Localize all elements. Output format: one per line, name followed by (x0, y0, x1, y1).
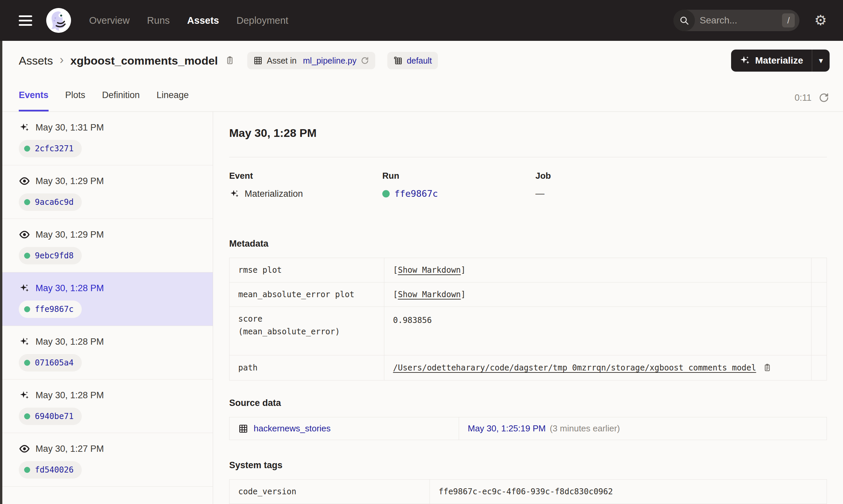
event-list-sidebar: May 30, 1:31 PM 2cfc3271 May 30, 1:29 PM… (0, 112, 213, 504)
materialization-sparkle-icon (19, 283, 30, 294)
event-row-5[interactable]: May 30, 1:28 PM 6940be71 (0, 379, 213, 433)
asset-group-tag[interactable]: default (387, 52, 438, 69)
event-row-1[interactable]: May 30, 1:29 PM 9aca6c9d (0, 165, 213, 219)
dagster-octopus-icon (46, 8, 71, 33)
path-link[interactable]: /Users/odetteharary/code/dagster/tmp_0mz… (393, 363, 756, 373)
asset-tabs: Events Plots Definition Lineage (19, 90, 189, 111)
run-status-dot (24, 199, 30, 205)
event-type-value: Materialization (245, 189, 303, 199)
hamburger-menu-icon[interactable] (19, 15, 32, 26)
search-input[interactable]: Search... / (673, 10, 799, 31)
run-tag[interactable]: 9aca6c9d (19, 194, 82, 211)
metadata-action-cell (811, 307, 827, 355)
tab-definition[interactable]: Definition (102, 90, 140, 111)
run-id-link[interactable]: 6940be71 (35, 412, 74, 421)
source-time-note: (3 minutes earlier) (550, 424, 620, 434)
event-time: May 30, 1:28 PM (35, 390, 104, 401)
event-row-3-selected[interactable]: May 30, 1:28 PM ffe9867c (0, 272, 213, 326)
asset-tabs-bar: Events Plots Definition Lineage 0:11 (0, 80, 843, 112)
metadata-key: rmse plot (229, 258, 384, 283)
event-time: May 30, 1:27 PM (35, 444, 104, 454)
materialization-sparkle-icon (229, 188, 240, 199)
event-time: May 30, 1:28 PM (35, 337, 104, 347)
top-navbar: Overview Runs Assets Deployment Search..… (0, 0, 843, 41)
run-id-link[interactable]: fd540026 (35, 465, 74, 474)
materialization-sparkle-icon (19, 336, 30, 347)
tab-plots[interactable]: Plots (65, 90, 85, 111)
auto-refresh: 0:11 (794, 92, 830, 111)
asset-group-link[interactable]: default (407, 56, 432, 66)
event-row-0[interactable]: May 30, 1:31 PM 2cfc3271 (0, 112, 213, 165)
tab-events[interactable]: Events (19, 90, 49, 111)
tab-lineage[interactable]: Lineage (156, 90, 189, 111)
breadcrumb: Assets › xgboost_comments_model Asset in… (19, 52, 438, 69)
run-tag[interactable]: 071605a4 (19, 354, 82, 372)
event-row-2[interactable]: May 30, 1:29 PM 9ebc9fd8 (0, 219, 213, 272)
content-area: May 30, 1:31 PM 2cfc3271 May 30, 1:29 PM… (0, 112, 843, 504)
metadata-row-rmse-plot: rmse plot [Show Markdown] (229, 258, 827, 283)
materialization-sparkle-icon (19, 390, 30, 401)
metadata-row-score: score (mean_absolute_error) 0.983856 (229, 307, 827, 355)
materialize-split-button: Materialize ▾ (731, 50, 830, 72)
reload-location-icon[interactable] (361, 56, 369, 65)
nav-item-assets[interactable]: Assets (187, 15, 219, 26)
event-row-4[interactable]: May 30, 1:28 PM 071605a4 (0, 326, 213, 379)
copy-asset-name-icon[interactable] (224, 55, 235, 66)
asset-grid-icon (238, 424, 248, 434)
breadcrumb-assets-link[interactable]: Assets (19, 54, 53, 67)
navbar-right: Search... / ⚙ (673, 10, 827, 31)
system-tag-value: ffe9867c-ec9c-4f06-939c-f8dc830c0962 (430, 480, 827, 504)
divider (229, 157, 827, 157)
materialize-button[interactable]: Materialize (731, 55, 812, 66)
run-status-dot (24, 146, 30, 151)
source-time-link[interactable]: May 30, 1:25:19 PM (468, 424, 546, 434)
nav-item-deployment[interactable]: Deployment (237, 15, 289, 26)
event-time: May 30, 1:31 PM (35, 123, 104, 133)
run-tag[interactable]: ffe9867c (19, 301, 82, 318)
run-tag[interactable]: 6940be71 (19, 408, 82, 425)
refresh-icon[interactable] (818, 92, 830, 103)
dagster-logo[interactable] (46, 8, 71, 33)
event-time: May 30, 1:28 PM (35, 283, 104, 293)
run-label: Run (382, 171, 535, 181)
metadata-row-mae-plot: mean_absolute_error plot [Show Markdown] (229, 283, 827, 307)
system-tags-heading: System tags (229, 460, 827, 470)
breadcrumb-chevron-icon: › (59, 53, 64, 67)
materialize-caret-icon[interactable]: ▾ (812, 56, 830, 65)
run-tag[interactable]: fd540026 (19, 461, 82, 479)
materialize-label: Materialize (755, 55, 803, 66)
event-time: May 30, 1:29 PM (35, 230, 104, 240)
run-id-link[interactable]: 9aca6c9d (35, 197, 74, 207)
show-markdown-link[interactable]: [Show Markdown] (393, 265, 466, 275)
system-tags-table: code_version ffe9867c-ec9c-4f06-939c-f8d… (229, 479, 827, 504)
nav-item-overview[interactable]: Overview (89, 15, 130, 26)
copy-path-icon[interactable] (762, 363, 772, 373)
run-tag[interactable]: 9ebc9fd8 (19, 247, 82, 264)
observation-eye-icon (19, 175, 30, 187)
search-shortcut-badge: / (782, 13, 795, 28)
event-row-6[interactable]: May 30, 1:27 PM fd540026 (0, 433, 213, 487)
nav-item-runs[interactable]: Runs (147, 15, 170, 26)
search-placeholder: Search... (700, 15, 782, 26)
metadata-key: mean_absolute_error plot (229, 283, 384, 307)
sparkle-icon (739, 55, 751, 66)
run-id-link[interactable]: 9ebc9fd8 (35, 251, 74, 260)
settings-gear-icon[interactable]: ⚙ (814, 13, 827, 28)
show-markdown-link[interactable]: [Show Markdown] (393, 290, 466, 299)
run-tag[interactable]: 2cfc3271 (19, 140, 82, 157)
metadata-key: path (229, 355, 384, 380)
code-location-prefix: Asset in (267, 56, 299, 66)
metadata-row-path: path /Users/odetteharary/code/dagster/tm… (229, 355, 827, 380)
metadata-action-cell (811, 283, 827, 307)
run-id-link[interactable]: 071605a4 (35, 358, 74, 367)
source-asset-link[interactable]: hackernews_stories (254, 424, 331, 434)
run-id-link[interactable]: ffe9867c (394, 188, 438, 199)
event-time: May 30, 1:29 PM (35, 176, 104, 186)
search-icon (673, 10, 695, 31)
run-id-link[interactable]: ffe9867c (35, 305, 74, 314)
code-location-tag[interactable]: Asset in ml_pipeline.py (247, 52, 375, 69)
metadata-action-cell (811, 355, 827, 380)
code-location-link[interactable]: ml_pipeline.py (303, 56, 357, 66)
asset-header: Assets › xgboost_comments_model Asset in… (0, 41, 843, 80)
run-id-link[interactable]: 2cfc3271 (35, 144, 74, 153)
